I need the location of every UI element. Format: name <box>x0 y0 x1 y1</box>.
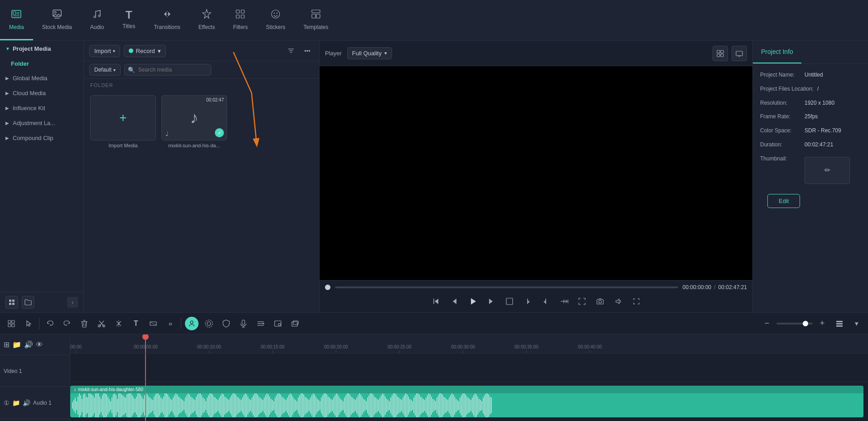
main-character-btn[interactable] <box>185 317 199 330</box>
sidebar-folder[interactable]: Folder <box>0 57 83 71</box>
step-back-button[interactable] <box>429 295 443 308</box>
layout-toggle-btn[interactable]: ▾ <box>850 317 863 330</box>
insert-button[interactable] <box>557 295 571 308</box>
track-speaker-icon[interactable]: 🔊 <box>24 340 33 349</box>
more-tools-btn[interactable]: » <box>164 317 177 330</box>
shield-btn[interactable] <box>219 317 233 330</box>
ruler-label-5: 00:00:25:00 <box>388 344 412 349</box>
track-folder-icon[interactable]: 📁 <box>12 340 21 349</box>
waveform-bar <box>112 397 112 413</box>
progress-track[interactable] <box>335 286 678 288</box>
grid-view-button[interactable] <box>713 46 728 61</box>
search-input[interactable] <box>124 64 211 76</box>
scale-button[interactable] <box>630 295 643 308</box>
waveform-bar <box>449 397 450 413</box>
audio-button[interactable] <box>611 295 625 308</box>
waveform-bar <box>239 399 240 412</box>
waveform-bar <box>442 394 443 417</box>
nav-stock-media[interactable]: Stock Media <box>33 0 81 40</box>
nav-templates[interactable]: Templates <box>295 0 338 40</box>
quality-select[interactable]: Full Quality ▾ <box>347 47 392 59</box>
ripple-btn[interactable] <box>202 317 216 330</box>
waveform-bar <box>314 394 315 417</box>
nav-audio[interactable]: Audio <box>81 0 113 40</box>
waveform-bar <box>366 401 367 410</box>
zoom-out-button[interactable]: − <box>760 317 774 330</box>
nav-effects[interactable]: Effects <box>189 0 224 40</box>
audio-track-folder-icon[interactable]: 📁 <box>12 399 20 406</box>
sidebar-folder-btn[interactable] <box>22 296 34 309</box>
edit-button[interactable]: Edit <box>767 194 800 208</box>
waveform-bar <box>262 400 263 411</box>
svg-rect-49 <box>12 324 15 327</box>
import-media-thumb[interactable]: + Import Media <box>90 95 156 148</box>
sidebar-item-compound-clip[interactable]: ▶ Compound Clip <box>0 131 83 145</box>
nav-transitions[interactable]: Transitions <box>145 0 189 40</box>
ruler-tick-7: 00:00:35:00 <box>514 344 538 353</box>
filter-sort-button[interactable] <box>285 44 297 57</box>
more-options-button[interactable]: ••• <box>301 44 314 57</box>
default-dropdown[interactable]: Default ▾ <box>89 64 121 76</box>
waveform-bar <box>224 397 225 415</box>
layout-options-btn[interactable] <box>833 317 846 330</box>
waveform-bar <box>413 397 414 413</box>
delete-button[interactable] <box>78 317 91 330</box>
frame-back-button[interactable] <box>447 295 461 308</box>
timeline-select-btn[interactable] <box>22 317 35 330</box>
track-eye-icon[interactable]: 👁 <box>36 341 43 349</box>
sidebar-item-adjustment-layer[interactable]: ▶ Adjustment La... <box>0 116 83 131</box>
undo-button[interactable] <box>43 317 57 330</box>
zoom-in-button[interactable]: + <box>815 317 829 330</box>
screenshot-button[interactable] <box>593 295 607 308</box>
waveform-bar <box>358 395 359 416</box>
fullscreen-player-button[interactable] <box>575 295 589 308</box>
overlay-button[interactable] <box>288 317 302 330</box>
tab-project-info[interactable]: Project Info <box>753 41 801 63</box>
audio-thumb-box[interactable]: 00:02:47 ♪ ♩ ✓ <box>161 95 227 140</box>
nav-titles[interactable]: T Titles <box>113 0 145 40</box>
split-button[interactable] <box>112 317 126 330</box>
playhead[interactable] <box>145 334 146 353</box>
waveform-bar <box>208 395 209 416</box>
player-progress-bar[interactable]: 00:00:00:00 / 00:02:47:21 <box>325 284 747 290</box>
sidebar-add-btn[interactable] <box>5 296 18 309</box>
play-button[interactable] <box>466 294 480 309</box>
sidebar-collapse-btn[interactable]: ‹ <box>67 297 78 308</box>
fullscreen-button[interactable] <box>732 46 747 61</box>
waveform-bar <box>375 397 376 413</box>
nav-media[interactable]: Media <box>0 0 33 40</box>
trim-button[interactable] <box>146 317 160 330</box>
redo-button[interactable] <box>60 317 74 330</box>
mic-button[interactable] <box>237 317 250 330</box>
record-button[interactable]: Record ▾ <box>124 45 166 57</box>
crop-button[interactable] <box>503 295 516 308</box>
text-button[interactable]: T <box>129 317 143 330</box>
nav-stickers[interactable]: Stickers <box>257 0 295 40</box>
timeline-separator <box>39 318 39 329</box>
audio-media-thumb[interactable]: 00:02:47 ♪ ♩ ✓ mixkit-sun-and-his-da... <box>161 95 227 148</box>
waveform-bar <box>382 393 383 417</box>
waveform-bar <box>107 397 108 415</box>
mark-in-button[interactable] <box>521 295 534 308</box>
sidebar-header-project-media[interactable]: ▼ Project Media <box>0 41 83 57</box>
waveform-bar <box>169 397 170 415</box>
audio-clip[interactable]: ♪ mixkit-sun-and-his-daughter-580 <box>70 386 863 417</box>
import-thumb-box[interactable]: + <box>90 95 156 140</box>
zoom-track[interactable] <box>776 323 813 324</box>
nav-filters[interactable]: Filters <box>224 0 257 40</box>
sidebar-item-cloud-media[interactable]: ▶ Cloud Media <box>0 86 83 101</box>
audio-track-volume-icon[interactable]: 🔊 <box>23 399 30 406</box>
sidebar-item-influence-kit[interactable]: ▶ Influence Kit <box>0 101 83 116</box>
pip-button[interactable] <box>271 317 285 330</box>
waveform-bar <box>388 400 388 411</box>
track-add-icon[interactable]: ⊞ <box>4 340 10 349</box>
frame-forward-button[interactable] <box>485 295 498 308</box>
import-button[interactable]: Import ▾ <box>89 45 120 57</box>
waveform-bar <box>432 399 433 412</box>
waveform-bar <box>80 395 81 416</box>
cut-button[interactable] <box>95 317 108 330</box>
playlist-btn[interactable] <box>254 317 267 330</box>
timeline-layout-btn[interactable] <box>5 317 18 330</box>
mark-out-button[interactable] <box>539 295 553 308</box>
sidebar-item-global-media[interactable]: ▶ Global Media <box>0 71 83 86</box>
